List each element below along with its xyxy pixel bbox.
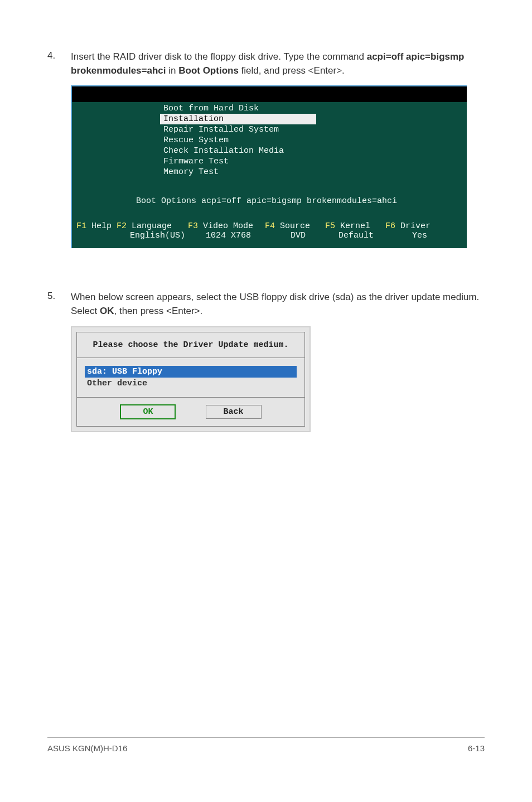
f3-key: F3 xyxy=(188,221,198,231)
boot-menu-item-1-wrap[interactable]: Installation xyxy=(160,114,467,124)
boot-menu-item-3[interactable]: Rescue System xyxy=(160,135,467,146)
dialog-list: sda: USB Floppy Other device xyxy=(76,358,305,398)
dialog-buttons: OK Back xyxy=(76,398,305,427)
boot-screen: Boot from Hard Disk Installation Repair … xyxy=(71,85,467,248)
f3-sub: 1024 X768 xyxy=(188,231,265,240)
step4-bold2: Boot Options xyxy=(178,65,239,76)
fkey-f4[interactable]: F4 Source DVD xyxy=(265,221,325,240)
f2-key: F2 xyxy=(117,221,127,231)
boot-menu-item-6[interactable]: Memory Test xyxy=(160,167,467,177)
step-5: 5. When below screen appears, select the… xyxy=(47,291,485,318)
step5-bold: OK xyxy=(100,306,114,316)
f2-sub: English(US) xyxy=(117,231,188,240)
boot-menu-item-2[interactable]: Repair Installed System xyxy=(160,124,467,135)
dialog-item-1[interactable]: Other device xyxy=(85,378,297,389)
driver-update-dialog: Please choose the Driver Update medium. … xyxy=(71,326,311,432)
f5-label: Kernel xyxy=(340,221,370,231)
f2-label: Language xyxy=(132,221,172,231)
f4-key: F4 xyxy=(265,221,275,231)
boot-menu-item-1[interactable]: Installation xyxy=(160,114,316,124)
f1-label: Help xyxy=(91,221,112,231)
footer-right: 6-13 xyxy=(468,743,485,753)
boot-topbar xyxy=(72,86,467,102)
fkey-f5[interactable]: F5 Kernel Default xyxy=(325,221,385,240)
back-button[interactable]: Back xyxy=(206,405,262,419)
step-4: 4. Insert the RAID driver disk to the fl… xyxy=(47,50,485,78)
boot-menu-item-5[interactable]: Firmware Test xyxy=(160,156,467,167)
boot-menu-item-4[interactable]: Check Installation Media xyxy=(160,146,467,156)
dialog-title: Please choose the Driver Update medium. xyxy=(76,332,305,358)
boot-menu-item-0[interactable]: Boot from Hard Disk xyxy=(160,103,467,114)
f3-label: Video Mode xyxy=(203,221,253,231)
f5-sub: Default xyxy=(325,231,385,240)
ok-button[interactable]: OK xyxy=(120,404,176,419)
step4-end: field, and press <Enter>. xyxy=(239,65,345,76)
fkey-f6[interactable]: F6 Driver Yes xyxy=(385,221,437,240)
step-4-text: Insert the RAID driver disk to the flopp… xyxy=(71,50,485,78)
fkey-f2[interactable]: F2 Language English(US) xyxy=(117,221,188,240)
page-footer: ASUS KGN(M)H-D16 6-13 xyxy=(47,737,485,753)
boot-menu: Boot from Hard Disk Installation Repair … xyxy=(72,102,467,177)
step5-end: , then press <Enter>. xyxy=(114,306,202,316)
step-4-number: 4. xyxy=(47,50,71,78)
f5-key: F5 xyxy=(325,221,335,231)
f6-label: Driver xyxy=(400,221,431,231)
f4-label: Source xyxy=(280,221,310,231)
step4-mid: in xyxy=(166,65,179,76)
step-5-text: When below screen appears, select the US… xyxy=(71,291,485,318)
f1-key: F1 xyxy=(76,221,86,231)
footer-left: ASUS KGN(M)H-D16 xyxy=(47,743,127,753)
fkey-f1[interactable]: F1 Help xyxy=(76,221,117,240)
f6-sub: Yes xyxy=(385,231,437,240)
step-5-number: 5. xyxy=(47,291,71,318)
dialog-item-0[interactable]: sda: USB Floppy xyxy=(85,366,297,378)
step4-pre: Insert the RAID driver disk to the flopp… xyxy=(71,51,367,62)
boot-options-line[interactable]: Boot Options acpi=off apic=bigsmp broken… xyxy=(72,177,467,219)
f6-key: F6 xyxy=(385,221,395,231)
f4-sub: DVD xyxy=(265,231,325,240)
boot-fkeys: F1 Help F2 Language English(US) F3 Video… xyxy=(72,219,467,244)
fkey-f3[interactable]: F3 Video Mode 1024 X768 xyxy=(188,221,265,240)
